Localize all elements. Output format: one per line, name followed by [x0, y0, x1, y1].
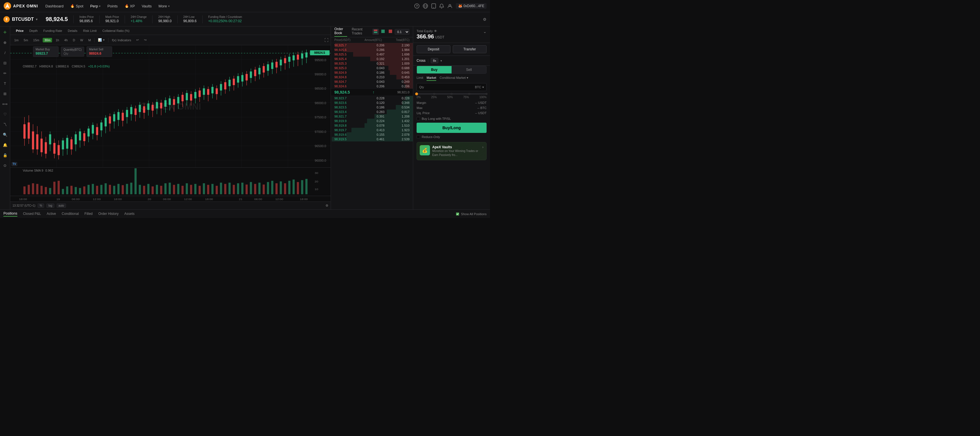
- reduce-only-checkbox[interactable]: [417, 135, 420, 138]
- order-history-tab[interactable]: Order History: [99, 212, 119, 216]
- transfer-button[interactable]: Transfer: [453, 45, 487, 53]
- percent-btn[interactable]: %: [38, 204, 44, 208]
- nav-perp[interactable]: Perp ▾: [88, 3, 103, 10]
- qty-dropdown-icon[interactable]: ▾: [482, 85, 484, 89]
- nav-xp[interactable]: 🔥 XP: [122, 3, 138, 10]
- conditional-tab[interactable]: Conditional: [62, 212, 79, 216]
- lock-tool[interactable]: 🔒: [2, 152, 8, 159]
- tablet-icon[interactable]: [431, 3, 436, 8]
- indicators-btn[interactable]: f(x) Indicators: [110, 38, 133, 42]
- chart-type-btn[interactable]: 📊 ▾: [96, 38, 107, 42]
- recent-trades-tab[interactable]: Recent Trades: [352, 27, 368, 37]
- auto-btn[interactable]: auto: [57, 204, 66, 208]
- ob-size-select[interactable]: 0.1 0.01 1: [395, 29, 409, 35]
- show-all-checkbox[interactable]: [456, 212, 459, 216]
- cursor-tool[interactable]: ✛: [2, 29, 8, 36]
- leverage-selector[interactable]: 8x: [431, 58, 438, 63]
- bell-icon[interactable]: [439, 3, 444, 8]
- ask-row-1[interactable]: 98,925.7 0.206 2.190: [331, 43, 413, 48]
- nav-dashboard[interactable]: Dashboard: [43, 3, 67, 10]
- show-all-positions[interactable]: Show All Positions: [456, 212, 487, 216]
- ask-row-7[interactable]: 98,924.9 0.186 0.645: [331, 70, 413, 75]
- ask-row-4[interactable]: 98,925.4 0.192 1.201: [331, 57, 413, 61]
- ask-row-10[interactable]: 98,924.6 0.206 0.206: [331, 84, 413, 89]
- draw-tool[interactable]: ✏: [2, 70, 8, 76]
- slider-0[interactable]: 0%: [417, 95, 420, 99]
- trend-line-tool[interactable]: /: [2, 49, 8, 56]
- price-tab[interactable]: Price: [14, 29, 26, 33]
- log-btn[interactable]: log: [46, 204, 54, 208]
- fibonacci-tool[interactable]: ⊞: [2, 90, 8, 97]
- filled-tab[interactable]: Filled: [84, 212, 93, 216]
- undo-btn[interactable]: ↩: [135, 38, 140, 42]
- deposit-button[interactable]: Deposit: [417, 45, 450, 53]
- slider-thumb[interactable]: [415, 92, 418, 95]
- closed-pnl-tab[interactable]: Closed P&L: [23, 212, 41, 216]
- funding-rate-tab[interactable]: Funding Rate: [41, 29, 64, 33]
- bid-row-1[interactable]: 98,923.7 0.228 0.228: [331, 96, 413, 100]
- details-tab[interactable]: Details: [65, 29, 80, 33]
- help-icon[interactable]: ?: [414, 3, 420, 8]
- equity-expand-btn[interactable]: ⌄: [483, 29, 487, 34]
- 15m-btn[interactable]: 15m: [32, 38, 41, 42]
- ob-asks-view[interactable]: [387, 29, 393, 35]
- ticker-settings-icon[interactable]: ⚙: [483, 17, 487, 22]
- horizontal-line-tool[interactable]: ⊟: [2, 59, 8, 66]
- candlestick-chart[interactable]: 99500.0 99000.0 98500.0 98000.0 97500.0 …: [10, 45, 331, 167]
- orderbook-tab[interactable]: Order Book: [334, 27, 347, 37]
- profile-icon[interactable]: [447, 3, 452, 8]
- ob-bids-view[interactable]: [380, 29, 386, 35]
- slider-track[interactable]: [417, 93, 487, 94]
- redo-btn[interactable]: ↪: [142, 38, 148, 42]
- m-btn[interactable]: M: [86, 38, 92, 42]
- qty-input[interactable]: [425, 85, 475, 89]
- assets-tab[interactable]: Assets: [124, 212, 135, 216]
- 4h-btn[interactable]: 4h: [63, 38, 70, 42]
- measure-tool[interactable]: ⟺: [2, 100, 8, 107]
- text-tool[interactable]: T: [2, 80, 8, 87]
- ob-both-view[interactable]: [372, 29, 379, 35]
- bid-row-9[interactable]: 98,919.6 0.155 2.078: [331, 132, 413, 137]
- nav-vaults[interactable]: Vaults: [139, 3, 154, 10]
- bid-row-5[interactable]: 98,921.7 0.391 1.208: [331, 114, 413, 119]
- ask-row-9[interactable]: 98,924.7 0.043 0.249: [331, 80, 413, 84]
- bid-row-7[interactable]: 98,919.8 0.078 1.510: [331, 123, 413, 128]
- active-tab[interactable]: Active: [47, 212, 56, 216]
- search-chart-tool[interactable]: 🔍: [2, 131, 8, 138]
- expand-chart-btn[interactable]: ⛶: [325, 38, 328, 42]
- pattern-tool[interactable]: 〽: [2, 121, 8, 128]
- bid-row-4[interactable]: 98,923.4 0.283 0.817: [331, 110, 413, 114]
- slider-75[interactable]: 75%: [463, 95, 469, 99]
- positions-tab[interactable]: Positions: [3, 212, 18, 216]
- slider-25[interactable]: 25%: [431, 95, 437, 99]
- ask-row-5[interactable]: 98,925.3 0.321 1.009: [331, 61, 413, 66]
- pair-selector[interactable]: ₿ BTCUSDT ▾: [3, 16, 38, 22]
- bid-row-8[interactable]: 98,919.7 0.413 1.923: [331, 128, 413, 132]
- 5m-btn[interactable]: 5m: [22, 38, 30, 42]
- nav-points[interactable]: Points: [105, 3, 120, 10]
- crosshair-tool[interactable]: ⊕: [2, 39, 8, 46]
- chart-settings-icon[interactable]: ⚙: [326, 204, 328, 207]
- ask-row-6[interactable]: 98,925.0 0.043 0.688: [331, 66, 413, 70]
- logo[interactable]: APEX OMNI: [3, 2, 38, 10]
- globe-icon[interactable]: [423, 3, 428, 8]
- slider-50[interactable]: 50%: [447, 95, 453, 99]
- collateral-ratio-tab[interactable]: Collateral Ratio (%): [100, 29, 132, 33]
- buy-tab[interactable]: Buy: [417, 66, 452, 73]
- 1h-btn[interactable]: 1h: [54, 38, 60, 42]
- bid-row-3[interactable]: 98,923.5 0.186 0.534: [331, 105, 413, 110]
- more-tools[interactable]: ⊙: [2, 162, 8, 169]
- nav-more[interactable]: More ▾: [156, 3, 172, 10]
- 30m-btn[interactable]: 30m: [43, 38, 52, 42]
- wallet-address[interactable]: 🦊 0xDd60...4FE: [456, 3, 487, 9]
- depth-tab[interactable]: Depth: [27, 29, 40, 33]
- bid-row-6[interactable]: 98,919.9 0.224 1.432: [331, 119, 413, 123]
- ask-row-3[interactable]: 98,925.5 0.497 1.698: [331, 52, 413, 57]
- vault-promo[interactable]: 💰 ApeX Vaults Monetize on Your Winning T…: [417, 142, 487, 160]
- heart-tool[interactable]: ♡: [2, 111, 8, 118]
- 1m-btn[interactable]: 1m: [13, 38, 20, 42]
- slider-100[interactable]: 100%: [479, 95, 487, 99]
- bid-row-10[interactable]: 98,919.5 0.461 2.539: [331, 137, 413, 142]
- conditional-order-tab[interactable]: Conditional Market ▾: [440, 76, 468, 81]
- alert-tool[interactable]: 🔔: [2, 142, 8, 148]
